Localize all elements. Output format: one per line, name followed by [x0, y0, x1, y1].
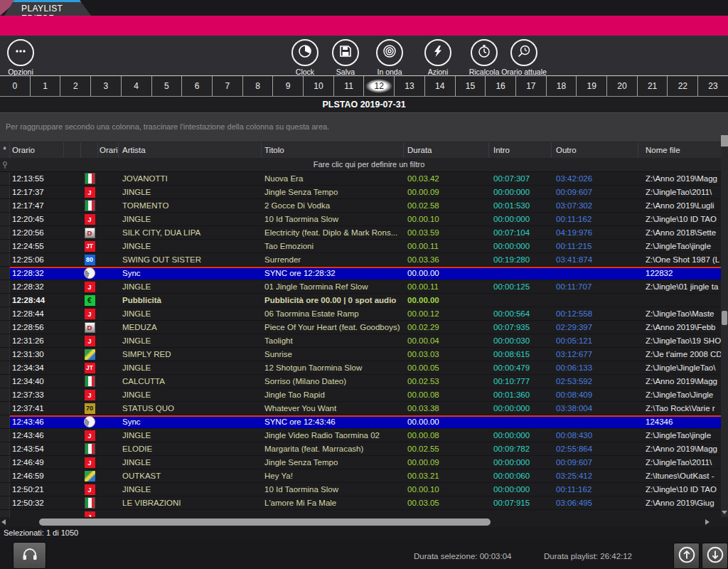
table-row[interactable]: 12:20:56DSILK CITY, DUA LIPAElectricity …: [0, 226, 728, 240]
hour-tab-12[interactable]: 12: [364, 76, 395, 96]
column-header-durata[interactable]: Durata: [404, 142, 489, 158]
horizontal-scrollbar[interactable]: [0, 517, 728, 527]
hour-tab-15[interactable]: 15: [456, 76, 486, 96]
vertical-scrollbar[interactable]: [721, 135, 728, 517]
hour-tab-18[interactable]: 18: [547, 76, 577, 96]
table-row[interactable]: 12:46:59OUTKASTHey Ya!00.03.2100:00:0600…: [0, 469, 728, 483]
table-row[interactable]: 12:28:44€PubblicitàPubblicità ore 00.00 …: [0, 294, 728, 307]
filter-row[interactable]: Fare clic qui per definire un filtro: [0, 158, 728, 172]
scroll-top-button[interactable]: [673, 543, 700, 569]
hour-tab-10[interactable]: 10: [304, 76, 334, 96]
column-header-orari[interactable]: Orari: [98, 142, 119, 158]
scroll-right-arrow-icon[interactable]: [705, 519, 710, 525]
table-row[interactable]: 12:24:55JTJINGLETao Emozioni00.00.1100:0…: [0, 240, 728, 253]
azioni-button[interactable]: Azioni: [413, 39, 463, 76]
column-header-artista[interactable]: Artista: [119, 142, 262, 158]
table-row[interactable]: 12:34:34JTJINGLE12 Shotgun Taormina Slow…: [0, 361, 728, 375]
hour-tab-17[interactable]: 17: [516, 76, 547, 96]
hour-tab-0[interactable]: 0: [0, 76, 31, 96]
column-header-blank[interactable]: [81, 142, 98, 158]
column-header-orario[interactable]: Orario: [10, 142, 64, 158]
table-row[interactable]: 12:28:32SyncSYNC ore 12:28:3200.00.00122…: [0, 267, 728, 280]
cell-intro: 00:07:104: [489, 226, 552, 239]
table-row[interactable]: J: [0, 510, 728, 517]
hour-tab-5[interactable]: 5: [152, 76, 183, 96]
column-header-outro[interactable]: Outro: [552, 142, 638, 158]
hour-tab-14[interactable]: 14: [425, 76, 456, 96]
hour-tab-3[interactable]: 3: [91, 76, 122, 96]
jingle-j-icon: J: [85, 511, 95, 518]
table-row[interactable]: 12:34:40CALCUTTASorriso (Milano Dateo)00…: [0, 375, 728, 388]
group-by-panel[interactable]: Per raggruppare secondo una colonna, tra…: [0, 112, 728, 142]
cell-title: Hey Ya!: [262, 469, 404, 482]
hour-tab-23[interactable]: 23: [698, 76, 728, 96]
table-row[interactable]: 12:28:56DMEDUZAPiece Of Your Heart (feat…: [0, 321, 728, 334]
cell-marker: [0, 321, 10, 334]
hour-tab-9[interactable]: 9: [273, 76, 304, 96]
hour-tab-20[interactable]: 20: [607, 76, 638, 96]
column-header-titolo[interactable]: Titolo: [262, 142, 404, 158]
horizontal-scrollbar-thumb[interactable]: [39, 519, 491, 526]
table-row[interactable]: 12:50:21JJINGLE10 Id Taormina Slow00.00.…: [0, 483, 728, 496]
hour-tab-16[interactable]: 16: [486, 76, 516, 96]
table-row[interactable]: 12:28:44JJINGLE06 Taormina Estate Ramp00…: [0, 307, 728, 321]
options-button[interactable]: Opzioni: [0, 39, 46, 76]
cell-file: Z:\Je t'aime 2008 CD: [638, 348, 728, 361]
scroll-bottom-button[interactable]: [702, 543, 728, 569]
hour-tab-13[interactable]: 13: [395, 76, 425, 96]
column-header-nome-file[interactable]: Nome file: [638, 142, 728, 158]
row-icon-cell: JT: [81, 240, 98, 252]
cell-c1: [64, 429, 81, 442]
hour-tab-6[interactable]: 6: [182, 76, 213, 96]
hour-tab-7[interactable]: 7: [213, 76, 243, 96]
cell-durata: 00.00.09: [404, 186, 489, 198]
in-onda-button[interactable]: In onda: [365, 39, 414, 76]
row-icon-cell: J: [81, 483, 98, 496]
table-row[interactable]: 12:31:26JJINGLETaolight00.00.0400:00:030…: [0, 334, 728, 348]
cell-c2: [98, 334, 119, 347]
hour-tab-4[interactable]: 4: [122, 76, 152, 96]
table-row[interactable]: 12:28:32JJINGLE01 Jingle Taormina Ref Sl…: [0, 280, 728, 294]
table-row[interactable]: 12:43:54ELODIEMargarita (feat. Marracash…: [0, 442, 728, 456]
cell-marker: [0, 483, 10, 496]
hour-tab-22[interactable]: 22: [668, 76, 698, 96]
hour-tab-2[interactable]: 2: [60, 76, 91, 96]
table-row[interactable]: 12:31:30SIMPLY REDSunrise00.03.0300:08:6…: [0, 348, 728, 361]
table-row[interactable]: 12:20:45JJINGLE10 Id Taormina Slow00.00.…: [0, 213, 728, 226]
table-row[interactable]: 12:17:37JJINGLEJingle Senza Tempo00.00.0…: [0, 186, 728, 199]
salva-button[interactable]: Salva: [321, 39, 370, 76]
table-row[interactable]: 12:43:46SyncSYNC ore 12:43:4600.00.00124…: [0, 415, 728, 429]
scroll-down-arrow-icon[interactable]: [722, 511, 727, 514]
cell-time: 12:25:06: [10, 253, 64, 266]
hour-tab-11[interactable]: 11: [334, 76, 365, 96]
hour-tab-21[interactable]: 21: [638, 76, 668, 96]
column-header-intro[interactable]: Intro: [489, 142, 552, 158]
vertical-scrollbar-thumb[interactable]: [722, 311, 727, 325]
orario-attuale-button[interactable]: Orario attuale: [499, 39, 549, 76]
cell-marker: [0, 294, 10, 307]
table-row[interactable]: 12:17:47TORMENTO2 Gocce Di Vodka00.02.58…: [0, 199, 728, 213]
hour-tab-19[interactable]: 19: [577, 76, 607, 96]
hour-tab-1[interactable]: 1: [31, 76, 61, 96]
preview-headphones-button[interactable]: [13, 542, 46, 569]
cell-c1: [64, 240, 81, 252]
scroll-up-button[interactable]: [721, 135, 728, 147]
column-header-blank[interactable]: [64, 142, 81, 158]
tab-playlist-editor[interactable]: PLAYLIST EDITOR: [4, 0, 91, 16]
cell-outro: 02:53:592: [552, 375, 638, 388]
table-row[interactable]: 12:25:0680SWING OUT SISTERSurrender00.03…: [0, 253, 728, 267]
cell-artist: STATUS QUO: [119, 402, 262, 415]
cell-marker: [0, 240, 10, 252]
table-row[interactable]: 12:46:49JJINGLEJingle Senza Tempo00.00.0…: [0, 456, 728, 469]
cell-intro: 00:10:777: [489, 375, 552, 388]
table-row[interactable]: 12:37:33JJINGLEJingle Tao Rapid00.00.080…: [0, 388, 728, 402]
table-row[interactable]: 12:43:46JJINGLEJingle Video Radio Taormi…: [0, 429, 728, 442]
table-row[interactable]: 12:13:55JOVANOTTINuova Era00.03.4200:07:…: [0, 172, 728, 186]
hour-tab-8[interactable]: 8: [243, 76, 274, 96]
scroll-left-arrow-icon[interactable]: [1, 519, 6, 525]
cell-title: Jingle Video Radio Taormina 02: [262, 429, 404, 442]
cell-title: Jingle Senza Tempo: [262, 186, 404, 198]
table-row[interactable]: 12:37:4170STATUS QUOWhatever You Want00.…: [0, 402, 728, 415]
cell-time: 12:28:44: [10, 294, 64, 307]
table-row[interactable]: 12:50:32LE VIBRAZIONIL'amore Mi Fa Male0…: [0, 496, 728, 510]
